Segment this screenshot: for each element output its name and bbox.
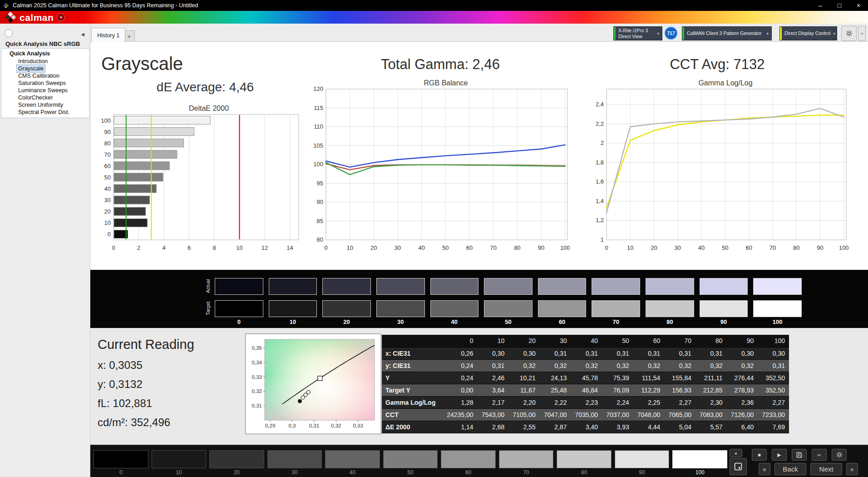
sidebar-item-screen-uniformity[interactable]: Screen Uniformity bbox=[17, 101, 64, 109]
pattern-patch-label: 60 bbox=[441, 469, 496, 476]
pattern-generator-dropdown[interactable]: CalMAN Client 3 Pattern Generator ▾ bbox=[682, 26, 772, 40]
tab-history-1[interactable]: History 1 bbox=[91, 28, 125, 42]
pattern-patch-label: 40 bbox=[325, 469, 380, 476]
calman-diamond-icon bbox=[5, 11, 16, 23]
source-accent-bar bbox=[682, 27, 684, 40]
actual-patch bbox=[215, 278, 263, 295]
svg-text:0,33: 0,33 bbox=[252, 374, 262, 380]
pattern-patch-20[interactable] bbox=[209, 450, 264, 468]
current-reading-y: y: 0,3132 bbox=[98, 378, 143, 391]
pattern-up-button[interactable]: ▲ bbox=[730, 449, 742, 457]
app-icon bbox=[3, 2, 9, 9]
svg-text:30: 30 bbox=[395, 244, 401, 251]
svg-text:0: 0 bbox=[112, 244, 115, 251]
workflow-title: Quick Analysis NBC sRGB bbox=[5, 40, 80, 47]
pattern-patch-100[interactable] bbox=[672, 450, 727, 468]
pattern-patch-80[interactable] bbox=[557, 450, 612, 468]
pattern-patch-10[interactable] bbox=[152, 450, 207, 468]
pattern-patch-40[interactable] bbox=[325, 450, 380, 468]
sidebar-item-colorchecker[interactable]: ColorChecker bbox=[17, 94, 54, 101]
pattern-patch-60[interactable] bbox=[441, 450, 496, 468]
svg-text:40: 40 bbox=[104, 185, 111, 192]
results-row-y-cie31: y: CIE310,240,310,320,320,320,320,320,32… bbox=[382, 359, 789, 372]
target-patch bbox=[592, 300, 640, 317]
minimize-button[interactable]: – bbox=[811, 0, 830, 11]
svg-text:115: 115 bbox=[314, 104, 323, 111]
save-button[interactable] bbox=[792, 449, 807, 461]
sidebar-item-spectral-power-dist-[interactable]: Spectral Power Dist. bbox=[17, 109, 71, 116]
target-patch bbox=[322, 300, 371, 317]
svg-text:100: 100 bbox=[101, 117, 111, 124]
svg-text:20: 20 bbox=[104, 208, 111, 215]
sidebar-item-quick-analysis[interactable]: Quick Analysis bbox=[1, 50, 89, 58]
sidebar-item-grayscale[interactable]: Grayscale bbox=[17, 65, 45, 72]
svg-text:0,29: 0,29 bbox=[265, 423, 275, 428]
back-button[interactable]: Back bbox=[774, 463, 806, 475]
svg-text:0,35: 0,35 bbox=[252, 345, 262, 351]
sidebar-item-luminance-sweeps[interactable]: Luminance Sweeps bbox=[17, 87, 69, 94]
brand-menu-button[interactable]: ▼ bbox=[57, 13, 65, 21]
svg-text:70: 70 bbox=[490, 244, 496, 251]
swatch-column-label: 30 bbox=[376, 318, 425, 325]
pattern-cell: 70 bbox=[499, 450, 554, 476]
actual-patch bbox=[322, 278, 371, 295]
svg-text:60: 60 bbox=[104, 163, 111, 169]
target-patch bbox=[700, 300, 748, 317]
settings-gear-button[interactable] bbox=[841, 26, 857, 41]
pattern-cell: 90 bbox=[615, 450, 670, 476]
svg-text:95: 95 bbox=[317, 180, 323, 187]
sidebar-item-introduction[interactable]: Introduction bbox=[17, 58, 49, 65]
svg-text:120: 120 bbox=[313, 85, 323, 92]
target-row-label: Target bbox=[204, 299, 212, 318]
play-button[interactable]: ▶ bbox=[772, 449, 787, 461]
pattern-patch-0[interactable] bbox=[94, 450, 148, 468]
pattern-cell: 50 bbox=[383, 450, 438, 476]
next-button[interactable]: Next bbox=[810, 463, 842, 475]
svg-text:90: 90 bbox=[104, 129, 111, 135]
pattern-patch-70[interactable] bbox=[499, 450, 554, 468]
loop-button[interactable]: ∞ bbox=[812, 449, 827, 461]
actual-patch bbox=[269, 278, 317, 295]
settings-button[interactable] bbox=[832, 449, 847, 461]
swatch-column-label: 10 bbox=[269, 318, 317, 325]
chevron-left-double-icon[interactable]: « bbox=[759, 463, 770, 475]
pattern-cell: 100 bbox=[672, 450, 727, 476]
chevron-right-double-icon[interactable]: » bbox=[846, 463, 858, 475]
sidebar-item-cms-calibration[interactable]: CMS Calibration bbox=[17, 72, 61, 80]
chevron-down-icon: ▾ bbox=[654, 31, 662, 36]
tab-label: History 1 bbox=[97, 32, 119, 39]
pattern-patch-30[interactable] bbox=[267, 450, 322, 468]
cie-chart: 0,310,320,330,340,350,290,30,310,320,33 bbox=[248, 337, 378, 431]
svg-text:80: 80 bbox=[317, 236, 323, 243]
svg-text:0,3: 0,3 bbox=[289, 423, 296, 428]
svg-text:70: 70 bbox=[104, 151, 111, 158]
pattern-patch-label: 70 bbox=[499, 469, 554, 476]
maximize-button[interactable]: □ bbox=[830, 0, 849, 11]
actual-patch bbox=[430, 278, 479, 295]
meter-dropdown[interactable]: X-Rite i1Pro 3 Direct View ▾ bbox=[613, 26, 662, 40]
sidebar-options-button[interactable] bbox=[5, 29, 13, 37]
de-average-label: dE Average: 4,46 bbox=[114, 80, 296, 94]
toolbar-more-button[interactable]: » bbox=[858, 26, 866, 41]
svg-text:1: 1 bbox=[601, 236, 604, 243]
pattern-window-button[interactable] bbox=[730, 458, 747, 475]
svg-text:100: 100 bbox=[560, 244, 570, 251]
pattern-patch-50[interactable] bbox=[383, 450, 438, 468]
pattern-patch-90[interactable] bbox=[615, 450, 670, 468]
sidebar-item-saturation-sweeps[interactable]: Saturation Sweeps bbox=[17, 80, 67, 87]
total-gamma-heading: Total Gamma: 2,46 bbox=[313, 56, 567, 73]
stop-button[interactable]: ■ bbox=[752, 449, 767, 461]
display-control-dropdown[interactable]: Direct Display Control ▾ bbox=[779, 26, 837, 40]
close-button[interactable]: × bbox=[849, 0, 868, 11]
cie-chart-panel: 0,310,320,330,340,350,290,30,310,320,33 bbox=[245, 333, 381, 434]
target-patch bbox=[538, 300, 587, 317]
meter-accent-bar bbox=[614, 27, 616, 40]
target-patch bbox=[646, 300, 694, 317]
pattern-cell: 30 bbox=[267, 450, 322, 476]
svg-text:90: 90 bbox=[317, 199, 323, 205]
calman-window: Calman 2025 Calman Ultimate for Business… bbox=[0, 0, 868, 477]
current-reading-x: x: 0,3035 bbox=[98, 359, 143, 372]
pattern-patch-label: 30 bbox=[267, 469, 322, 476]
sidebar-collapse-button[interactable]: ◀ bbox=[78, 30, 87, 38]
results-row-gamma-log-log: Gamma Log/Log1,282,172,202,222,232,242,2… bbox=[382, 396, 789, 408]
